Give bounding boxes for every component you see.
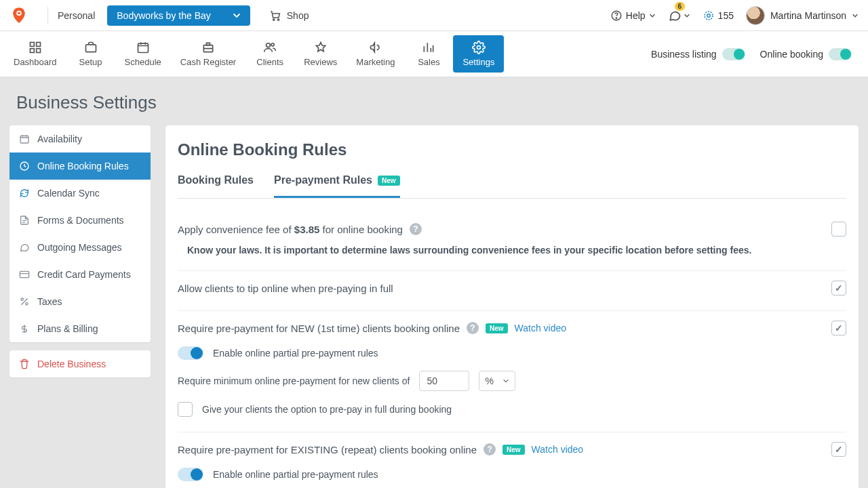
chevron-down-icon bbox=[502, 378, 509, 384]
shop-label: Shop bbox=[287, 10, 309, 21]
points-display[interactable]: 155 bbox=[703, 9, 734, 22]
help-menu[interactable]: Help bbox=[610, 9, 656, 22]
svg-point-16 bbox=[271, 43, 274, 46]
sidebar-item-credit-card[interactable]: Credit Card Payments bbox=[9, 261, 151, 288]
nav-settings[interactable]: Settings bbox=[453, 35, 504, 73]
svg-rect-13 bbox=[138, 43, 148, 52]
tip-online-checkbox[interactable] bbox=[831, 281, 846, 296]
sidebar-item-taxes[interactable]: Taxes bbox=[9, 288, 151, 315]
chat-icon bbox=[19, 242, 30, 253]
points-value: 155 bbox=[718, 10, 734, 21]
rule-tip-online: Allow clients to tip online when pre-pay… bbox=[178, 271, 846, 311]
top-bar: Personal Bodyworks by the Bay Shop Help … bbox=[0, 0, 868, 31]
min-prepay-label: Require minimum online pre-payment for n… bbox=[178, 375, 410, 386]
sidebar-item-label: Outgoing Messages bbox=[37, 242, 122, 253]
tab-prepayment-rules[interactable]: Pre-payment Rules New bbox=[274, 174, 400, 198]
svg-point-21 bbox=[21, 298, 23, 300]
nav-setup[interactable]: Setup bbox=[66, 35, 115, 73]
nav-label: Reviews bbox=[304, 57, 337, 67]
gear-icon bbox=[472, 41, 486, 54]
shop-link[interactable]: Shop bbox=[269, 9, 309, 22]
full-prepay-option-checkbox[interactable] bbox=[178, 402, 193, 417]
svg-point-17 bbox=[477, 46, 480, 49]
megaphone-icon bbox=[369, 41, 382, 54]
chat-icon bbox=[668, 9, 682, 22]
nav-cash-register[interactable]: Cash Register bbox=[171, 35, 245, 73]
rule-sub: Enable online partial pre-payment rules … bbox=[178, 346, 846, 417]
nav-marketing[interactable]: Marketing bbox=[347, 35, 404, 73]
nav-label: Dashboard bbox=[14, 57, 57, 67]
sidebar-item-label: Credit Card Payments bbox=[37, 269, 131, 280]
nav-reviews[interactable]: Reviews bbox=[294, 35, 347, 73]
svg-point-1 bbox=[18, 12, 20, 14]
partial-prepay-toggle-row: Enable online partial pre-payment rules bbox=[178, 346, 846, 360]
page-layout: Availability Online Booking Rules Calend… bbox=[0, 125, 868, 488]
settings-panel: Online Booking Rules Booking Rules Pre-p… bbox=[165, 125, 859, 488]
watch-video-link[interactable]: Watch video bbox=[515, 323, 567, 333]
watch-video-link[interactable]: Watch video bbox=[532, 444, 584, 455]
trash-icon bbox=[19, 359, 30, 369]
nav-sales[interactable]: Sales bbox=[404, 35, 453, 73]
sidebar-item-forms[interactable]: Forms & Documents bbox=[9, 207, 151, 234]
dollar-icon bbox=[19, 323, 30, 334]
help-tooltip-icon[interactable]: ? bbox=[484, 443, 496, 455]
partial-prepay-toggle[interactable] bbox=[178, 346, 203, 360]
sidebar-item-delete-business[interactable]: Delete Business bbox=[9, 350, 151, 378]
star-icon bbox=[314, 41, 328, 54]
rule-convenience-fee: Apply convenience fee of $3.85 for onlin… bbox=[178, 212, 846, 271]
clock-icon bbox=[19, 161, 30, 171]
help-icon bbox=[610, 9, 623, 22]
sidebar-item-plans-billing[interactable]: Plans & Billing bbox=[9, 315, 151, 342]
new-clients-prepay-checkbox[interactable] bbox=[831, 321, 846, 336]
sidebar-item-outgoing-messages[interactable]: Outgoing Messages bbox=[9, 234, 151, 261]
notifications-button[interactable]: 6 bbox=[668, 9, 690, 22]
sidebar-item-availability[interactable]: Availability bbox=[9, 125, 151, 152]
sidebar-card-danger: Delete Business bbox=[9, 350, 151, 378]
online-booking-toggle[interactable] bbox=[829, 48, 852, 60]
business-selector[interactable]: Bodyworks by the Bay bbox=[107, 5, 250, 26]
partial-prepay-toggle-row-existing: Enable online partial pre-payment rules bbox=[178, 468, 846, 481]
calendar-icon bbox=[136, 41, 150, 54]
svg-point-7 bbox=[707, 14, 710, 17]
section-title: Online Booking Rules bbox=[178, 140, 846, 159]
nav-toggles: Business listing Online booking bbox=[651, 48, 864, 60]
calendar-icon bbox=[19, 134, 30, 144]
help-tooltip-icon[interactable]: ? bbox=[467, 322, 479, 334]
help-tooltip-icon[interactable]: ? bbox=[410, 223, 422, 235]
existing-clients-prepay-checkbox[interactable] bbox=[831, 442, 846, 457]
chevron-down-icon bbox=[649, 12, 656, 19]
svg-rect-8 bbox=[30, 43, 34, 47]
nav-clients[interactable]: Clients bbox=[245, 35, 294, 73]
rule-note: Know your laws. It is important to deter… bbox=[178, 245, 846, 256]
user-menu[interactable]: Martina Martinson bbox=[746, 6, 859, 25]
svg-rect-20 bbox=[20, 271, 28, 277]
min-prepay-row: Require minimum online pre-payment for n… bbox=[178, 371, 846, 391]
rule-head: Require pre-payment for NEW (1st time) c… bbox=[178, 321, 846, 336]
user-name: Martina Martinson bbox=[770, 10, 846, 21]
min-prepay-input[interactable] bbox=[419, 371, 469, 391]
nav-label: Setup bbox=[79, 57, 102, 67]
nav-dashboard[interactable]: Dashboard bbox=[4, 35, 66, 73]
partial-prepay-toggle-existing[interactable] bbox=[178, 468, 203, 481]
users-icon bbox=[263, 41, 277, 54]
cart-icon bbox=[269, 9, 281, 22]
nav-label: Clients bbox=[256, 57, 283, 67]
document-icon bbox=[19, 215, 30, 226]
rule-head: Allow clients to tip online when pre-pay… bbox=[178, 281, 846, 296]
tab-booking-rules[interactable]: Booking Rules bbox=[178, 174, 254, 198]
min-prepay-unit-select[interactable]: % bbox=[479, 371, 515, 391]
business-listing-toggle[interactable] bbox=[722, 48, 745, 60]
sidebar-item-calendar-sync[interactable]: Calendar Sync bbox=[9, 180, 151, 207]
sidebar-item-booking-rules[interactable]: Online Booking Rules bbox=[9, 152, 151, 180]
personal-link[interactable]: Personal bbox=[58, 10, 95, 21]
partial-prepay-label-existing: Enable online partial pre-payment rules bbox=[213, 469, 378, 480]
nav-schedule[interactable]: Schedule bbox=[115, 35, 171, 73]
business-listing-toggle-group: Business listing bbox=[651, 48, 745, 60]
online-booking-toggle-group: Online booking bbox=[760, 48, 852, 60]
sidebar-item-label: Plans & Billing bbox=[37, 323, 98, 334]
rule-label: Require pre-payment for NEW (1st time) c… bbox=[178, 323, 460, 334]
svg-point-2 bbox=[273, 18, 274, 20]
sync-icon bbox=[19, 188, 30, 199]
convenience-fee-checkbox[interactable] bbox=[831, 222, 846, 237]
tab-label: Pre-payment Rules bbox=[274, 174, 372, 186]
